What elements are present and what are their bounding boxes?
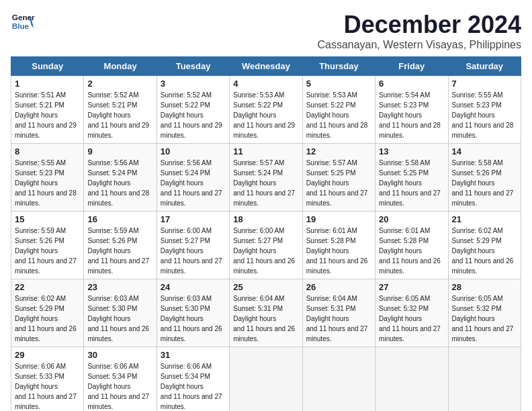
day-number: 29 <box>15 350 80 360</box>
day-info: Sunrise: 5:59 AMSunset: 5:26 PMDaylight … <box>15 226 80 276</box>
day-number: 23 <box>87 282 152 292</box>
calendar-week-1: 1Sunrise: 5:51 AMSunset: 5:21 PMDaylight… <box>11 76 521 144</box>
col-saturday: Saturday <box>448 57 521 76</box>
day-info: Sunrise: 6:00 AMSunset: 5:27 PMDaylight … <box>161 226 226 276</box>
day-number: 2 <box>87 79 152 89</box>
calendar-cell: 23Sunrise: 6:03 AMSunset: 5:30 PMDayligh… <box>84 279 157 347</box>
day-number: 16 <box>87 214 152 224</box>
logo-icon: General Blue <box>11 11 35 35</box>
col-monday: Monday <box>84 57 157 76</box>
day-info: Sunrise: 5:53 AMSunset: 5:22 PMDaylight … <box>306 90 371 140</box>
day-info: Sunrise: 5:56 AMSunset: 5:24 PMDaylight … <box>87 158 152 208</box>
day-info: Sunrise: 6:06 AMSunset: 5:34 PMDaylight … <box>87 361 152 411</box>
day-info: Sunrise: 5:57 AMSunset: 5:25 PMDaylight … <box>306 158 371 208</box>
calendar-cell: 28Sunrise: 6:05 AMSunset: 5:32 PMDayligh… <box>448 279 521 347</box>
calendar-cell: 6Sunrise: 5:54 AMSunset: 5:23 PMDaylight… <box>375 76 448 144</box>
day-number: 28 <box>452 282 517 292</box>
col-tuesday: Tuesday <box>157 57 229 76</box>
day-number: 26 <box>306 282 371 292</box>
page-header: General Blue December 2024 Cassanayan, W… <box>11 11 521 51</box>
day-number: 3 <box>161 79 226 89</box>
day-number: 22 <box>15 282 80 292</box>
day-number: 7 <box>452 79 517 89</box>
day-info: Sunrise: 5:55 AMSunset: 5:23 PMDaylight … <box>15 158 80 208</box>
calendar-cell: 13Sunrise: 5:58 AMSunset: 5:25 PMDayligh… <box>375 144 448 212</box>
day-number: 19 <box>306 214 371 224</box>
calendar-cell: 17Sunrise: 6:00 AMSunset: 5:27 PMDayligh… <box>157 212 229 279</box>
day-number: 11 <box>233 146 298 156</box>
calendar-cell: 12Sunrise: 5:57 AMSunset: 5:25 PMDayligh… <box>302 144 375 212</box>
day-info: Sunrise: 6:00 AMSunset: 5:27 PMDaylight … <box>233 226 298 276</box>
day-info: Sunrise: 6:02 AMSunset: 5:29 PMDaylight … <box>452 226 517 276</box>
calendar-cell: 27Sunrise: 6:05 AMSunset: 5:32 PMDayligh… <box>375 279 448 347</box>
day-number: 4 <box>233 79 298 89</box>
title-area: December 2024 Cassanayan, Western Visaya… <box>317 11 521 51</box>
calendar-week-4: 22Sunrise: 6:02 AMSunset: 5:29 PMDayligh… <box>11 279 521 347</box>
day-number: 10 <box>161 146 226 156</box>
day-number: 31 <box>161 350 226 360</box>
calendar-cell: 26Sunrise: 6:04 AMSunset: 5:31 PMDayligh… <box>302 279 375 347</box>
day-info: Sunrise: 5:53 AMSunset: 5:22 PMDaylight … <box>233 90 298 140</box>
calendar-cell: 3Sunrise: 5:52 AMSunset: 5:22 PMDaylight… <box>157 76 229 144</box>
calendar-cell: 15Sunrise: 5:59 AMSunset: 5:26 PMDayligh… <box>11 212 84 279</box>
calendar-cell: 14Sunrise: 5:58 AMSunset: 5:26 PMDayligh… <box>448 144 521 212</box>
day-info: Sunrise: 6:05 AMSunset: 5:32 PMDaylight … <box>379 293 444 344</box>
day-info: Sunrise: 5:58 AMSunset: 5:25 PMDaylight … <box>379 158 444 208</box>
calendar-table: Sunday Monday Tuesday Wednesday Thursday… <box>11 56 521 411</box>
calendar-cell: 30Sunrise: 6:06 AMSunset: 5:34 PMDayligh… <box>84 347 157 412</box>
day-number: 15 <box>15 214 80 224</box>
calendar-cell: 25Sunrise: 6:04 AMSunset: 5:31 PMDayligh… <box>230 279 302 347</box>
calendar-week-5: 29Sunrise: 6:06 AMSunset: 5:33 PMDayligh… <box>11 347 521 412</box>
day-info: Sunrise: 6:01 AMSunset: 5:28 PMDaylight … <box>306 226 371 276</box>
day-info: Sunrise: 6:03 AMSunset: 5:30 PMDaylight … <box>161 293 226 344</box>
calendar-cell <box>230 347 302 412</box>
calendar-week-3: 15Sunrise: 5:59 AMSunset: 5:26 PMDayligh… <box>11 212 521 279</box>
calendar-cell: 21Sunrise: 6:02 AMSunset: 5:29 PMDayligh… <box>448 212 521 279</box>
header-row: Sunday Monday Tuesday Wednesday Thursday… <box>11 57 521 76</box>
day-number: 6 <box>379 79 444 89</box>
calendar-cell: 18Sunrise: 6:00 AMSunset: 5:27 PMDayligh… <box>230 212 302 279</box>
day-info: Sunrise: 6:05 AMSunset: 5:32 PMDaylight … <box>452 293 517 344</box>
calendar-title: December 2024 <box>317 11 521 39</box>
calendar-cell: 8Sunrise: 5:55 AMSunset: 5:23 PMDaylight… <box>11 144 84 212</box>
day-number: 5 <box>306 79 371 89</box>
day-number: 17 <box>161 214 226 224</box>
calendar-cell: 7Sunrise: 5:55 AMSunset: 5:23 PMDaylight… <box>448 76 521 144</box>
day-info: Sunrise: 6:02 AMSunset: 5:29 PMDaylight … <box>15 293 80 344</box>
calendar-cell: 5Sunrise: 5:53 AMSunset: 5:22 PMDaylight… <box>302 76 375 144</box>
calendar-cell: 2Sunrise: 5:52 AMSunset: 5:21 PMDaylight… <box>84 76 157 144</box>
day-info: Sunrise: 5:58 AMSunset: 5:26 PMDaylight … <box>452 158 517 208</box>
calendar-week-2: 8Sunrise: 5:55 AMSunset: 5:23 PMDaylight… <box>11 144 521 212</box>
calendar-cell <box>302 347 375 412</box>
calendar-cell: 19Sunrise: 6:01 AMSunset: 5:28 PMDayligh… <box>302 212 375 279</box>
day-number: 27 <box>379 282 444 292</box>
calendar-cell: 22Sunrise: 6:02 AMSunset: 5:29 PMDayligh… <box>11 279 84 347</box>
svg-text:Blue: Blue <box>12 21 30 30</box>
day-number: 20 <box>379 214 444 224</box>
calendar-cell <box>448 347 521 412</box>
day-info: Sunrise: 5:55 AMSunset: 5:23 PMDaylight … <box>452 90 517 140</box>
day-number: 21 <box>452 214 517 224</box>
day-info: Sunrise: 6:04 AMSunset: 5:31 PMDaylight … <box>306 293 371 344</box>
day-info: Sunrise: 6:01 AMSunset: 5:28 PMDaylight … <box>379 226 444 276</box>
day-info: Sunrise: 6:03 AMSunset: 5:30 PMDaylight … <box>87 293 152 344</box>
day-number: 30 <box>87 350 152 360</box>
calendar-cell: 16Sunrise: 5:59 AMSunset: 5:26 PMDayligh… <box>84 212 157 279</box>
calendar-cell: 29Sunrise: 6:06 AMSunset: 5:33 PMDayligh… <box>11 347 84 412</box>
calendar-cell: 11Sunrise: 5:57 AMSunset: 5:24 PMDayligh… <box>230 144 302 212</box>
col-sunday: Sunday <box>11 57 84 76</box>
day-info: Sunrise: 5:51 AMSunset: 5:21 PMDaylight … <box>15 90 80 140</box>
day-info: Sunrise: 5:59 AMSunset: 5:26 PMDaylight … <box>87 226 152 276</box>
day-number: 24 <box>161 282 226 292</box>
day-number: 9 <box>87 146 152 156</box>
calendar-subtitle: Cassanayan, Western Visayas, Philippines <box>317 39 521 51</box>
logo: General Blue <box>11 11 35 35</box>
calendar-cell <box>375 347 448 412</box>
calendar-cell: 24Sunrise: 6:03 AMSunset: 5:30 PMDayligh… <box>157 279 229 347</box>
calendar-cell: 4Sunrise: 5:53 AMSunset: 5:22 PMDaylight… <box>230 76 302 144</box>
day-number: 12 <box>306 146 371 156</box>
day-info: Sunrise: 6:06 AMSunset: 5:33 PMDaylight … <box>15 361 80 411</box>
calendar-cell: 31Sunrise: 6:06 AMSunset: 5:34 PMDayligh… <box>157 347 229 412</box>
day-number: 25 <box>233 282 298 292</box>
calendar-cell: 10Sunrise: 5:56 AMSunset: 5:24 PMDayligh… <box>157 144 229 212</box>
